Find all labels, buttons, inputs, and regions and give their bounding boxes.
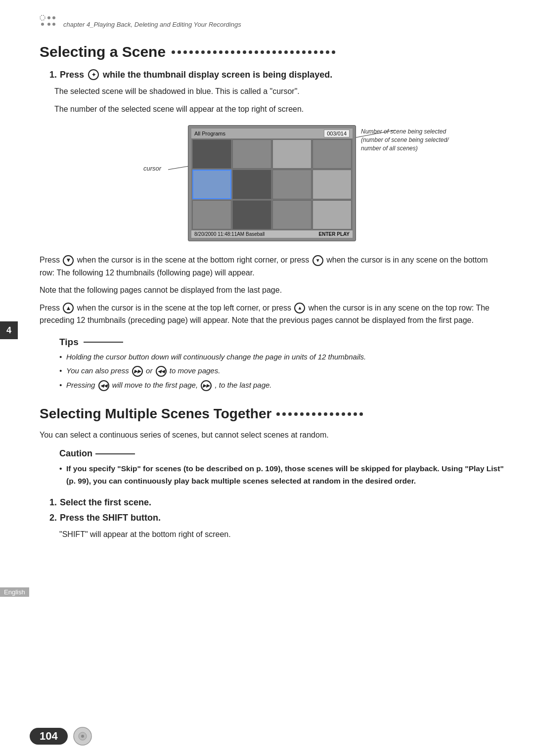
chapter-dots-icon <box>40 15 58 34</box>
thumb-2 <box>232 139 271 169</box>
thumb-1 <box>192 139 231 169</box>
page-number-area: 104 <box>30 726 92 746</box>
english-label: English <box>0 587 29 597</box>
thumb-6 <box>232 170 271 199</box>
body5-para: Press ▲ when the cursor is in the scene … <box>40 302 504 327</box>
ff-icon: ▶▶ <box>132 366 143 377</box>
thumb-3 <box>272 139 312 169</box>
chapter-header: chapter 4_Playing Back, Deleting and Edi… <box>40 15 504 34</box>
caution-section: Caution If you specify "Skip" for scenes… <box>59 448 504 488</box>
svg-line-8 <box>356 130 396 137</box>
enter-play-label: ENTER PLAY <box>319 231 350 237</box>
screenshot-grid <box>191 138 353 230</box>
number-arrow <box>356 123 455 142</box>
body3-para: Press ▼ when the cursor is in the scene … <box>40 254 504 279</box>
section2-title: Selecting Multiple Scenes Together <box>40 406 504 422</box>
tip-1: Holding the cursor button down will cont… <box>59 352 504 363</box>
svg-point-2 <box>52 16 55 19</box>
arrow-down-icon: ▼ <box>63 255 74 266</box>
body5b-text: when the cursor is in the scene at the t… <box>77 304 294 312</box>
side-tab: 4 <box>0 321 18 339</box>
thumb-10 <box>232 200 271 229</box>
thumb-4 <box>312 139 352 169</box>
page-wrapper: chapter 4_Playing Back, Deleting and Edi… <box>0 0 534 756</box>
tips-heading: Tips <box>59 337 504 348</box>
section1-title: Selecting a Scene <box>40 44 504 60</box>
step1-rest: while the thumbnail display screen is be… <box>103 70 332 80</box>
screenshot-frame: All Programs 003/014 <box>188 125 356 241</box>
svg-point-4 <box>47 23 50 26</box>
tips-divider <box>84 342 123 343</box>
rw2-icon: ◀◀ <box>98 380 109 391</box>
section1-dots <box>172 50 335 54</box>
press-label: Press <box>60 70 84 80</box>
body4-text: Note that the following pages cannot be … <box>40 284 504 297</box>
caution-text: If you specify "Skip" for scenes (to be … <box>59 463 504 488</box>
dvd-icon <box>73 726 92 746</box>
rw-icon: ◀◀ <box>156 366 167 377</box>
section2-body1: You can select a continuous series of sc… <box>40 429 504 442</box>
page-number: 104 <box>30 728 68 745</box>
section2-steps: 1. Select the first scene. 2. Press the … <box>49 497 504 541</box>
screenshot-area: cursor Number of scene being selected (n… <box>40 125 504 241</box>
screenshot-bottom-bar: 8/20/2000 11:48:11AM Baseball ENTER PLAY <box>191 230 353 238</box>
thumb-9 <box>192 200 231 229</box>
joystick-icon: ✦ <box>88 69 99 80</box>
chapter-title: chapter 4_Playing Back, Deleting and Edi… <box>63 21 241 28</box>
body3b-text: when the cursor is in the scene at the b… <box>77 256 312 264</box>
tips-list: Holding the cursor button down will cont… <box>59 352 504 392</box>
caution-heading: Caution <box>59 448 504 459</box>
step1-heading: 1. Press ✦ while the thumbnail display s… <box>49 69 504 80</box>
arrow-down2-icon: ▼ <box>312 255 323 266</box>
all-programs-label: All Programs <box>194 131 225 136</box>
screenshot-top-bar: All Programs 003/014 <box>191 129 353 138</box>
thumb-5-selected <box>192 170 231 199</box>
svg-point-11 <box>81 735 84 738</box>
tip-3: Pressing ◀◀ will move to the first page,… <box>59 380 504 391</box>
svg-point-3 <box>41 23 44 26</box>
caution-divider <box>95 453 135 454</box>
section2-step2: 2. Press the SHIFT button. <box>49 513 504 523</box>
body2-text: The number of the selected scene will ap… <box>54 103 504 116</box>
svg-point-0 <box>40 15 45 20</box>
thumb-12 <box>312 200 352 229</box>
svg-point-5 <box>52 23 55 26</box>
arrow-up2-icon: ▲ <box>294 303 305 313</box>
screenshot-date: 8/20/2000 11:48:11AM Baseball <box>194 231 265 237</box>
arrow-up-icon: ▲ <box>63 303 74 313</box>
body1-text: The selected scene will be shadowed in b… <box>54 85 504 98</box>
svg-point-1 <box>47 16 50 19</box>
thumb-7 <box>272 170 312 199</box>
ff2-icon: ▶▶ <box>201 380 212 391</box>
section2-step1: 1. Select the first scene. <box>49 497 504 508</box>
section2-step2-body: "SHIFT" will appear at the bottom right … <box>59 528 504 541</box>
thumb-8 <box>312 170 352 199</box>
screenshot-controls: ENTER PLAY <box>319 231 350 237</box>
section2-dots <box>276 412 363 416</box>
screenshot-counter: 003/014 <box>324 130 350 137</box>
thumb-11 <box>272 200 312 229</box>
tips-section: Tips Holding the cursor button down will… <box>59 337 504 392</box>
tip-2: You can also press ▶▶ or ◀◀ to move page… <box>59 365 504 377</box>
